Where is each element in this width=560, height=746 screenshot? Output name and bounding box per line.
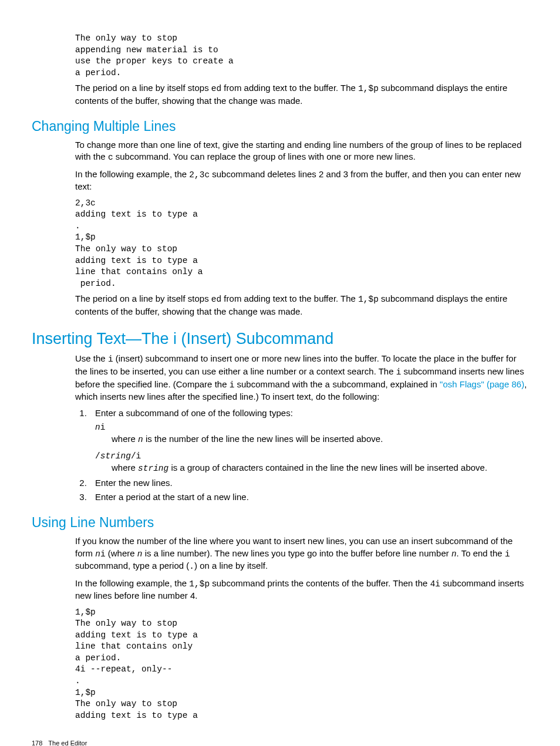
step-3: Enter a period at the start of a new lin… xyxy=(89,491,528,503)
inline-code: 1,$p xyxy=(189,579,210,589)
ordered-steps: Enter a subcommand of one of the followi… xyxy=(75,407,528,503)
link-osh-flags[interactable]: "osh Flags" (page 86) xyxy=(440,379,524,389)
paragraph: In the following example, the 2,3c subco… xyxy=(75,168,528,193)
footer-title: The ed Editor xyxy=(48,740,87,746)
inline-code: 1,$p xyxy=(358,84,379,93)
syntax-form-2: /string/i xyxy=(95,451,528,463)
syntax-desc-2: where string is a group of characters co… xyxy=(112,462,528,475)
syntax-form-1: ni xyxy=(95,422,528,434)
heading-using-line-numbers: Using Line Numbers xyxy=(32,514,528,532)
code-block-1: The only way to stop appending new mater… xyxy=(75,33,528,79)
paragraph: The period on a line by itself stops ed … xyxy=(75,293,528,318)
step-1: Enter a subcommand of one of the followi… xyxy=(89,407,528,475)
paragraph: The period on a line by itself stops ed … xyxy=(75,82,528,107)
code-block-2: 2,3c adding text is to type a . 1,$p The… xyxy=(75,198,528,290)
page-footer: 178The ed Editor xyxy=(32,739,528,746)
inline-code: 2,3c xyxy=(189,170,210,180)
paragraph: To change more than one line of text, gi… xyxy=(75,139,528,164)
inline-code: n xyxy=(451,549,457,559)
inline-code: ed xyxy=(211,295,221,304)
inline-code: ni xyxy=(95,549,105,559)
inline-code: ed xyxy=(211,84,221,93)
inline-code: string xyxy=(138,464,168,473)
page-number: 178 xyxy=(32,740,42,746)
inline-code: n xyxy=(138,435,143,444)
paragraph: In the following example, the 1,$p subco… xyxy=(75,578,528,602)
heading-inserting-text: Inserting Text—The i (Insert) Subcommand xyxy=(32,328,528,349)
inline-code: i xyxy=(505,549,510,559)
inline-code: a xyxy=(325,380,330,390)
inline-code: 4i xyxy=(430,579,440,589)
paragraph: If you know the number of the line where… xyxy=(75,535,528,572)
paragraph: Use the i (insert) subcommand to insert … xyxy=(75,353,528,403)
code-block-3: 1,$p The only way to stop adding text is… xyxy=(75,607,528,722)
inline-code: c xyxy=(108,153,113,162)
inline-code: . xyxy=(189,562,194,571)
inline-code: i xyxy=(108,355,113,364)
heading-changing-multiple-lines: Changing Multiple Lines xyxy=(32,117,528,136)
step-2: Enter the new lines. xyxy=(89,477,528,489)
syntax-desc-1: where n is the number of the line the ne… xyxy=(112,433,528,446)
inline-code: 1,$p xyxy=(358,295,379,304)
